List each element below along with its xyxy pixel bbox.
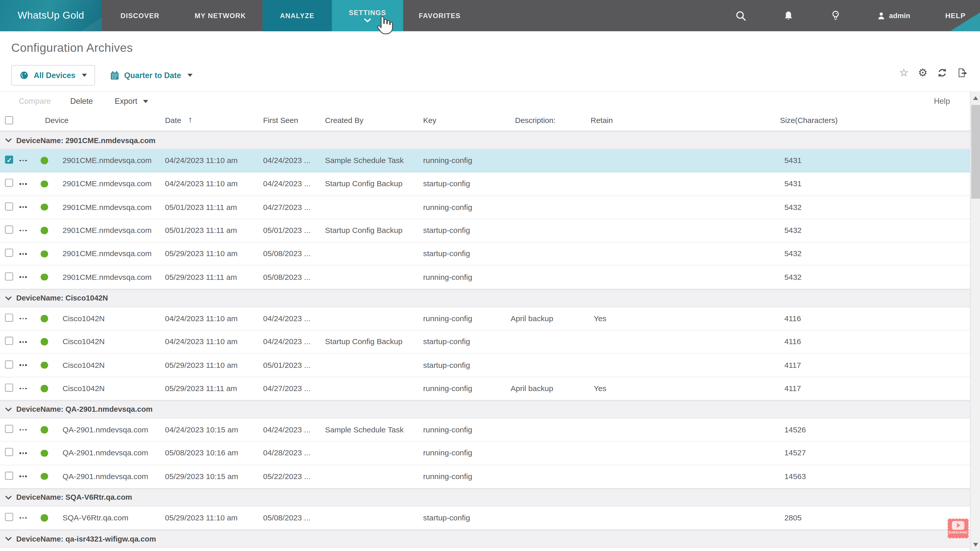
device-up-status-icon: [41, 473, 48, 480]
export-button[interactable]: Export: [115, 97, 148, 106]
cell-first-seen: 04/24/2023 ...: [263, 179, 325, 188]
table-row[interactable]: 2901CME.nmdevsqa.com 05/01/2023 11:11 am…: [0, 219, 980, 242]
device-scope-dropdown[interactable]: All Devices: [11, 65, 95, 86]
table-row[interactable]: Cisco1042N 05/29/2023 11:10 am 05/01/202…: [0, 354, 980, 377]
device-group-header[interactable]: DeviceName: 2901CME.nmdevsqa.com: [0, 131, 980, 149]
table-row[interactable]: 2901CME.nmdevsqa.com 04/24/2023 11:10 am…: [0, 149, 980, 172]
search-icon[interactable]: [735, 10, 747, 22]
row-menu-button[interactable]: [18, 517, 38, 519]
compare-button[interactable]: Compare: [19, 97, 51, 106]
row-menu-button[interactable]: [18, 388, 38, 389]
user-menu[interactable]: admin: [877, 11, 910, 21]
device-group-label: DeviceName: qa-isr4321-wifigw.qa.com: [16, 534, 156, 543]
row-menu-button[interactable]: [18, 183, 38, 185]
row-menu-button[interactable]: [18, 230, 38, 231]
table-row[interactable]: Cisco1042N 04/24/2023 11:10 am 04/24/202…: [0, 330, 980, 354]
cell-first-seen: 04/28/2023 ...: [263, 449, 325, 457]
cell-created-by: Sample Schedule Task: [325, 426, 423, 434]
nav-tab-analyze[interactable]: ANALYZE: [262, 0, 332, 31]
export-button-label: Export: [115, 97, 138, 106]
row-menu-button[interactable]: [18, 341, 38, 343]
vertical-scrollbar[interactable]: [970, 91, 980, 551]
lightbulb-icon[interactable]: [830, 10, 842, 21]
column-header-date[interactable]: Date: [165, 116, 181, 125]
table-row[interactable]: QA-2901.nmdevsqa.com 05/08/2023 10:16 am…: [0, 442, 980, 465]
page-action-icons: ☆ ⚙: [899, 67, 967, 78]
row-menu-button[interactable]: [18, 429, 38, 430]
cell-device: 2901CME.nmdevsqa.com: [56, 226, 165, 235]
gear-icon[interactable]: ⚙: [918, 67, 928, 78]
device-group-header[interactable]: DeviceName: QA-2901.nmdevsqa.com: [0, 400, 980, 419]
row-checkbox[interactable]: [5, 513, 13, 521]
nav-tab-favorites[interactable]: FAVORITES: [403, 0, 476, 31]
device-group-header[interactable]: DeviceName: Cisco1042N: [0, 289, 980, 307]
row-checkbox[interactable]: [5, 225, 13, 233]
table-row[interactable]: Cisco1042N 04/24/2023 11:10 am 04/24/202…: [0, 307, 980, 330]
cell-key: running-config: [423, 449, 511, 457]
row-menu-button[interactable]: [18, 160, 38, 162]
cell-date: 04/24/2023 10:15 am: [165, 426, 263, 434]
cell-device: Cisco1042N: [56, 361, 165, 369]
table-row[interactable]: Cisco1042N 05/29/2023 11:11 am 04/27/202…: [0, 377, 980, 400]
column-header-size[interactable]: Size(Characters): [780, 116, 838, 125]
row-menu-button[interactable]: [18, 206, 38, 208]
row-menu-button[interactable]: [18, 253, 38, 254]
device-group-rows: Cisco1042N 04/24/2023 11:10 am 04/24/202…: [0, 307, 980, 400]
delete-button[interactable]: Delete: [70, 97, 93, 106]
device-group-header[interactable]: DeviceName: SQA-V6Rtr.qa.com: [0, 489, 980, 507]
column-header-device[interactable]: Device: [45, 116, 68, 125]
row-checkbox[interactable]: [5, 360, 13, 368]
scrollbar-thumb[interactable]: [971, 105, 980, 198]
table-row[interactable]: 2901CME.nmdevsqa.com 05/29/2023 11:11 am…: [0, 266, 980, 289]
device-group: DeviceName: Cisco1042N Cisco1042N 04/24/…: [0, 289, 980, 400]
cell-retain: Yes: [590, 314, 781, 323]
table-row[interactable]: SQA-V6Rtr.qa.com 05/29/2023 11:10 am 05/…: [0, 507, 980, 530]
date-range-dropdown[interactable]: Quarter to Date: [103, 65, 199, 86]
brand-logo[interactable]: WhatsUp Gold: [0, 0, 102, 31]
refresh-icon[interactable]: [937, 67, 948, 78]
row-checkbox[interactable]: [5, 448, 13, 456]
favorite-star-icon[interactable]: ☆: [899, 67, 908, 78]
scrollbar-up-arrow[interactable]: [970, 92, 980, 103]
table-row[interactable]: QA-2901.nmdevsqa.com 04/24/2023 10:15 am…: [0, 419, 980, 442]
help-link[interactable]: Help: [934, 97, 950, 106]
device-group-header[interactable]: DeviceName: qa-isr4321-wifigw.qa.com: [0, 530, 980, 548]
row-checkbox[interactable]: [5, 472, 13, 480]
column-header-retain[interactable]: Retain: [590, 116, 613, 125]
table-row[interactable]: 2901CME.nmdevsqa.com 04/24/2023 11:10 am…: [0, 173, 980, 196]
row-menu-button[interactable]: [18, 276, 38, 278]
sort-ascending-arrow[interactable]: ↑: [188, 115, 192, 124]
row-menu-button[interactable]: [18, 452, 38, 454]
table-row[interactable]: 2901CME.nmdevsqa.com 05/29/2023 11:10 am…: [0, 243, 980, 266]
column-header-description[interactable]: Description:: [515, 116, 555, 125]
row-menu-button[interactable]: [18, 364, 38, 366]
device-up-status-icon: [41, 338, 48, 345]
row-menu-button[interactable]: [18, 476, 38, 477]
scrollbar-down-arrow[interactable]: [970, 539, 980, 550]
nav-tab-discover[interactable]: DISCOVER: [102, 0, 178, 31]
cell-key: running-config: [423, 472, 511, 481]
nav-tab-settings[interactable]: SETTINGS: [332, 0, 403, 31]
row-checkbox[interactable]: [5, 337, 13, 345]
cell-size: 4116: [781, 314, 980, 323]
row-checkbox[interactable]: [5, 249, 13, 257]
column-header-key[interactable]: Key: [423, 116, 436, 125]
row-menu-button[interactable]: [18, 318, 38, 319]
row-checkbox[interactable]: [5, 156, 13, 164]
export-file-icon[interactable]: [957, 67, 967, 78]
select-all-checkbox[interactable]: [5, 116, 13, 124]
row-checkbox[interactable]: [5, 425, 13, 433]
row-checkbox[interactable]: [5, 383, 13, 392]
subscribe-badge[interactable]: SUBSCRIBE: [948, 519, 969, 538]
cell-date: 05/01/2023 11:11 am: [165, 226, 263, 235]
row-checkbox[interactable]: [5, 202, 13, 210]
table-row[interactable]: 2901CME.nmdevsqa.com 05/01/2023 11:11 am…: [0, 196, 980, 219]
row-checkbox[interactable]: [5, 179, 13, 187]
column-header-created-by[interactable]: Created By: [325, 116, 363, 125]
row-checkbox[interactable]: [5, 272, 13, 280]
nav-tab-my-network[interactable]: MY NETWORK: [178, 0, 262, 31]
table-row[interactable]: QA-2901.nmdevsqa.com 05/29/2023 10:15 am…: [0, 465, 980, 488]
column-header-first-seen[interactable]: First Seen: [263, 116, 298, 125]
row-checkbox[interactable]: [5, 313, 13, 322]
bell-icon[interactable]: [782, 10, 795, 21]
